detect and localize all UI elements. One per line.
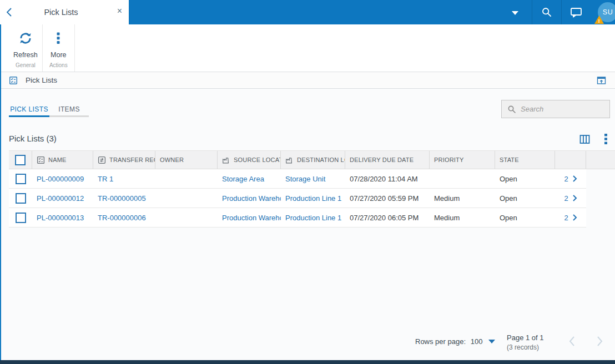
page-label: Page 1 of 1 [507, 333, 544, 342]
search-icon[interactable] [532, 7, 561, 18]
col-header-label: NAME [48, 156, 67, 163]
col-header-label: DELIVERY DUE DATE [350, 156, 414, 163]
col-header-label: PRIORITY [434, 156, 464, 163]
refresh-label: Refresh [13, 51, 38, 59]
cell-items-count[interactable]: 2 [555, 214, 586, 222]
expand-panel-icon[interactable] [597, 76, 606, 85]
cell-name[interactable]: PL-000000012 [32, 194, 93, 203]
more-label: More [51, 51, 66, 59]
chevron-down-icon[interactable] [512, 7, 518, 17]
cell-items-count[interactable]: 2 [555, 175, 586, 183]
col-header-transfer_request[interactable]: TRANSFER REQUEST [93, 151, 155, 169]
cell-transfer_request[interactable]: TR-000000006 [93, 214, 155, 222]
cell-delivery_due_date: 07/27/2020 06:05 PM [345, 214, 430, 222]
tab-items[interactable]: ITEMS [49, 104, 89, 117]
row-checkbox[interactable] [16, 213, 26, 223]
col-header-source_location[interactable]: SOURCE LOCATION [218, 151, 281, 169]
factory-icon [285, 156, 294, 164]
cell-transfer_request[interactable]: TR-000000005 [93, 194, 155, 203]
table-header-row: NAMETRANSFER REQUESTOWNERSOURCE LOCATION… [9, 150, 615, 169]
cell-transfer_request[interactable]: TR 1 [93, 175, 155, 183]
ribbon-group-label: General [16, 62, 36, 72]
rows-per-page-dropdown[interactable]: Rows per page: 100 [415, 337, 495, 346]
col-header-delivery_due_date[interactable]: DELIVERY DUE DATE [345, 151, 430, 169]
cell-priority: Medium [430, 214, 495, 222]
ribbon-toolbar: Refresh General More Actions [0, 24, 615, 72]
cell-name[interactable]: PL-000000009 [32, 175, 93, 183]
warning-icon: ! [594, 16, 604, 24]
select-all-checkbox[interactable] [15, 155, 26, 165]
list-actions [579, 134, 607, 144]
topbar-actions: SU ! [512, 0, 615, 24]
cell-state: Open [495, 175, 555, 183]
items-count: 2 [564, 194, 568, 203]
table-row[interactable]: PL-000000013TR-000000006Production Wareh… [9, 208, 586, 228]
cell-source_location[interactable]: Storage Area [218, 175, 281, 183]
col-header-select[interactable] [9, 151, 32, 169]
col-header-label: OWNER [160, 156, 184, 163]
cell-priority: Medium [430, 194, 495, 203]
app-window: Pick Lists × SU ! [0, 0, 615, 364]
transfer-icon [98, 156, 106, 164]
col-header-count[interactable] [555, 151, 586, 169]
main-content: PICK LISTS ITEMS ONLY MINE PRIORITY: ALL… [0, 89, 615, 360]
search-input[interactable] [521, 105, 615, 113]
ribbon-group-label: Actions [49, 62, 68, 72]
col-header-name[interactable]: NAME [32, 151, 93, 169]
table-row[interactable]: PL-000000012TR-000000005Production Wareh… [9, 189, 586, 208]
cell-destination_location[interactable]: Production Line 1 [281, 194, 345, 203]
ribbon-group-actions: More Actions [43, 24, 75, 72]
col-header-state[interactable]: STATE [495, 151, 555, 169]
cell-destination_location[interactable]: Storage Unit [281, 175, 345, 183]
row-checkbox[interactable] [16, 193, 26, 204]
chevron-right-icon [572, 195, 577, 201]
tab-title: Pick Lists [16, 0, 107, 24]
cell-destination_location[interactable]: Production Line 1 [281, 214, 345, 222]
ribbon-group-general: Refresh General [9, 24, 43, 72]
col-header-label: DESTINATION LOCATION [297, 156, 345, 163]
pick-lists-icon [9, 76, 18, 85]
refresh-button[interactable]: Refresh [13, 24, 38, 59]
tab-pick-lists-subtab[interactable]: PICK LISTS [9, 104, 49, 117]
row-checkbox-cell [9, 174, 32, 184]
more-button[interactable]: More [51, 24, 66, 59]
window-bottom-bar [0, 360, 615, 364]
table-body: PL-000000009TR 1Storage AreaStorage Unit… [9, 169, 615, 228]
items-count: 2 [564, 175, 568, 183]
page-title: Pick Lists [26, 76, 57, 84]
col-header-priority[interactable]: PRIORITY [430, 151, 495, 169]
cell-items-count[interactable]: 2 [555, 194, 586, 203]
cell-source_location[interactable]: Production Warehouse [218, 214, 281, 222]
previous-page-button[interactable] [568, 335, 576, 349]
factory-icon [222, 156, 230, 164]
kebab-icon[interactable] [604, 134, 607, 144]
col-header-owner[interactable]: OWNER [155, 151, 218, 169]
items-count: 2 [564, 214, 568, 222]
cell-state: Open [495, 194, 555, 203]
chevron-right-icon [572, 175, 577, 182]
topbar: Pick Lists × SU ! [0, 0, 615, 24]
col-header-destination_location[interactable]: DESTINATION LOCATION [281, 151, 345, 169]
cell-name[interactable]: PL-000000013 [32, 214, 93, 222]
checklist-icon [37, 156, 45, 164]
pagination-bar: Rows per page: 100 Page 1 of 1 (3 record… [0, 331, 615, 360]
window-left-edge [0, 24, 1, 364]
tab-strip: Pick Lists × [0, 0, 129, 24]
next-page-button[interactable] [596, 335, 603, 349]
cell-delivery_due_date: 07/27/2020 05:59 PM [345, 194, 430, 203]
cell-source_location[interactable]: Production Warehouse [218, 194, 281, 203]
chevron-right-icon [572, 214, 577, 221]
column-chooser-icon[interactable] [579, 134, 590, 144]
cell-state: Open [495, 214, 555, 222]
avatar-initials: SU [603, 8, 613, 16]
close-icon[interactable]: × [117, 6, 122, 16]
avatar[interactable]: SU ! [598, 2, 615, 22]
refresh-icon [18, 31, 33, 48]
chat-icon[interactable] [562, 7, 591, 18]
panel-header: Pick Lists [0, 72, 615, 89]
back-chevron-icon[interactable] [6, 7, 13, 19]
row-checkbox[interactable] [16, 174, 26, 184]
tab-pick-lists[interactable]: Pick Lists × [16, 0, 129, 24]
table-row[interactable]: PL-000000009TR 1Storage AreaStorage Unit… [9, 169, 586, 189]
rows-per-page-label: Rows per page: [415, 337, 466, 346]
